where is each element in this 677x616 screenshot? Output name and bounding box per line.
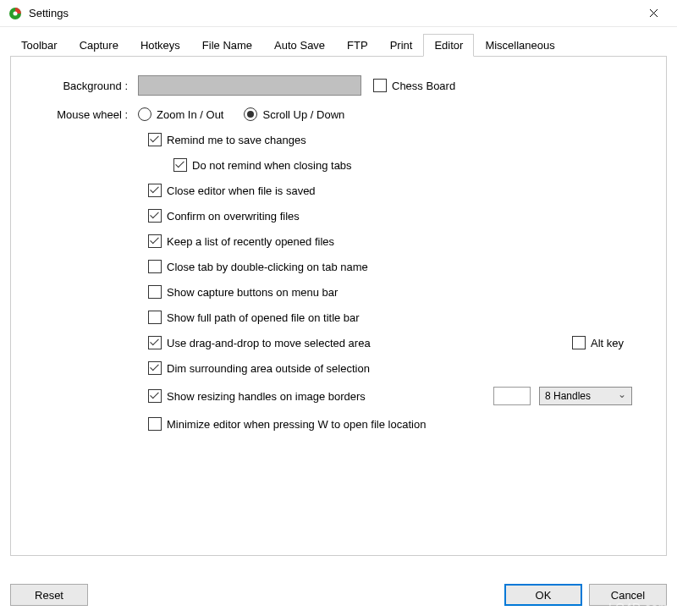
tab-misc[interactable]: Miscellaneous bbox=[474, 34, 565, 56]
tab-ftp[interactable]: FTP bbox=[336, 34, 379, 56]
cancel-button[interactable]: Cancel bbox=[589, 584, 667, 606]
no-remind-tabs-label: Do not remind when closing tabs bbox=[192, 159, 352, 172]
background-color-swatch[interactable] bbox=[138, 75, 361, 96]
background-label: Background : bbox=[28, 80, 138, 92]
tab-autosave[interactable]: Auto Save bbox=[263, 34, 336, 56]
tab-filename[interactable]: File Name bbox=[191, 34, 263, 56]
drag-drop-label: Use drag-and-drop to move selected area bbox=[167, 337, 371, 349]
close-icon bbox=[649, 8, 658, 18]
no-remind-tabs-checkbox[interactable] bbox=[173, 158, 187, 172]
show-handles-checkbox[interactable] bbox=[148, 389, 162, 403]
alt-key-checkbox[interactable] bbox=[572, 336, 586, 349]
tab-print[interactable]: Print bbox=[379, 34, 424, 56]
confirm-overwrite-label: Confirm on overwriting files bbox=[167, 210, 300, 223]
remind-save-checkbox[interactable] bbox=[148, 133, 162, 146]
show-full-path-checkbox[interactable] bbox=[148, 311, 162, 324]
ok-button[interactable]: OK bbox=[504, 584, 582, 606]
tab-capture[interactable]: Capture bbox=[69, 34, 129, 56]
mousewheel-zoom-label: Zoom In / Out bbox=[157, 108, 223, 121]
handles-combo-value: 8 Handles bbox=[545, 390, 591, 402]
keep-recent-label: Keep a list of recently opened files bbox=[167, 235, 334, 248]
tab-toolbar[interactable]: Toolbar bbox=[10, 34, 69, 56]
mousewheel-scroll-radio[interactable] bbox=[244, 107, 257, 121]
tabs: Toolbar Capture Hotkeys File Name Auto S… bbox=[10, 34, 667, 57]
confirm-overwrite-checkbox[interactable] bbox=[148, 209, 162, 223]
mousewheel-scroll-label: Scroll Up / Down bbox=[262, 108, 344, 121]
window-title: Settings bbox=[29, 7, 638, 19]
mousewheel-label: Mouse wheel : bbox=[28, 108, 138, 121]
drag-drop-checkbox[interactable] bbox=[148, 336, 162, 349]
editor-panel: Background : Chess Board Mouse wheel : Z… bbox=[10, 57, 667, 556]
app-icon bbox=[8, 7, 22, 20]
alt-key-label: Alt key bbox=[591, 337, 624, 349]
show-handles-label: Show resizing handles on image borders bbox=[167, 390, 366, 403]
tab-hotkeys[interactable]: Hotkeys bbox=[129, 34, 191, 56]
tab-editor[interactable]: Editor bbox=[423, 34, 474, 57]
svg-point-1 bbox=[14, 11, 18, 15]
handles-input[interactable] bbox=[493, 387, 531, 405]
close-on-save-checkbox[interactable] bbox=[148, 184, 162, 197]
close-button[interactable] bbox=[638, 2, 669, 25]
chess-board-checkbox[interactable] bbox=[373, 79, 387, 92]
show-capture-buttons-checkbox[interactable] bbox=[148, 285, 162, 299]
handles-combo[interactable]: 8 Handles bbox=[539, 387, 632, 405]
keep-recent-checkbox[interactable] bbox=[148, 234, 162, 248]
close-on-save-label: Close editor when file is saved bbox=[167, 184, 316, 197]
show-full-path-label: Show full path of opened file on title b… bbox=[167, 311, 360, 324]
show-capture-buttons-label: Show capture buttons on menu bar bbox=[167, 286, 338, 299]
remind-save-label: Remind me to save changes bbox=[167, 134, 306, 146]
close-tab-dbl-checkbox[interactable] bbox=[148, 260, 162, 273]
titlebar: Settings bbox=[0, 0, 677, 27]
chess-board-label: Chess Board bbox=[392, 80, 455, 92]
dim-surrounding-label: Dim surrounding area outside of selectio… bbox=[167, 362, 370, 375]
minimize-w-label: Minimize editor when pressing W to open … bbox=[167, 418, 426, 431]
dim-surrounding-checkbox[interactable] bbox=[148, 361, 162, 375]
mousewheel-zoom-radio[interactable] bbox=[138, 107, 151, 121]
close-tab-dbl-label: Close tab by double-clicking on tab name bbox=[167, 261, 368, 273]
minimize-w-checkbox[interactable] bbox=[148, 417, 162, 431]
reset-button[interactable]: Reset bbox=[10, 584, 88, 606]
